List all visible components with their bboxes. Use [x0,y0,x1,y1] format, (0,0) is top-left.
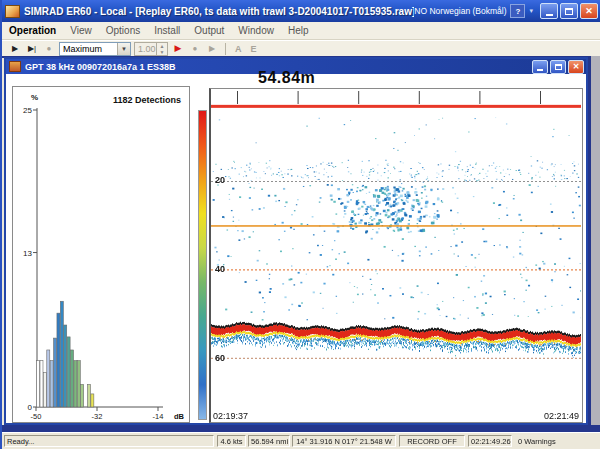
child-maximize-button[interactable] [550,60,566,74]
status-speed: 4.6 kts [217,435,246,447]
pause-button[interactable]: ● [188,42,202,55]
svg-text:13: 13 [23,249,32,258]
status-position: 14° 31.916 N 017° 21.548 W [292,435,396,447]
menu-item-operation[interactable]: Operation [2,25,63,36]
svg-text:1182 Detections: 1182 Detections [113,95,181,105]
child-window-icon [9,61,21,72]
app-icon [5,5,20,18]
minimize-icon [546,14,553,16]
child-close-button[interactable]: ✕ [568,60,584,74]
svg-text:-32: -32 [92,412,103,421]
child-minimize-button[interactable] [532,60,548,74]
time-start-label: 02:19:37 [213,411,248,421]
status-record: RECORD OFF [399,435,465,447]
application-window: SIMRAD ER60 - Local - [Replay ER60, ts d… [0,0,600,449]
svg-text:dB: dB [174,412,185,421]
forward-button[interactable]: ▶ [205,42,219,55]
svg-text:-50: -50 [31,412,42,421]
menu-item-window[interactable]: Window [231,25,281,36]
svg-text:0: 0 [28,403,33,412]
stop-button[interactable]: ● [42,42,56,55]
toolbar-separator [225,43,226,55]
echogram-canvas[interactable] [211,89,581,422]
close-button[interactable]: ✕ [580,3,598,19]
annotation-button[interactable]: A [232,44,245,54]
depth-tick-60: 60 [215,353,225,363]
svg-text:25: 25 [23,106,32,115]
event-button[interactable]: E [248,44,260,54]
menu-item-options[interactable]: Options [99,25,147,36]
time-end-label: 02:21:49 [544,411,579,421]
speed-spinner-value: 1.00 [135,43,156,55]
record-play-button[interactable]: ▶ [171,42,185,55]
depth-tick-20: 20 [215,175,225,185]
menu-item-help[interactable]: Help [281,25,316,36]
echogram-panel: 20 40 60 02:19:37 02:21:49 [209,88,583,423]
menu-item-install[interactable]: Install [147,25,187,36]
menu-item-output[interactable]: Output [187,25,231,36]
speed-spinner[interactable]: 1.00 ▲▼ [134,42,168,56]
echogram-window: GPT 38 kHz 009072016a7a 1 ES38B ✕ 25130%… [4,57,588,425]
chevron-down-icon[interactable]: ▼ [117,43,130,55]
window-title: SIMRAD ER60 - Local - [Replay ER60, ts d… [24,6,414,17]
minimize-button[interactable] [540,3,558,19]
status-ready: Ready... [4,435,214,447]
status-time: 02:21:49.26 [468,435,512,447]
language-options-icon[interactable]: ▾ [529,7,533,15]
status-bar: Ready... 4.6 kts 56.594 nmi 14° 31.916 N… [2,432,600,449]
mdi-background-bottom [2,425,600,432]
replay-speed-value: Maximum [60,44,117,54]
step-button[interactable]: ▶| [25,42,39,55]
ts-histogram-panel: 25130%-50-32-14dB1182 Detections [12,86,190,423]
svg-text:-14: -14 [153,412,164,421]
depth-tick-40: 40 [215,264,225,274]
bottom-depth-readout: 54.84m [258,69,315,87]
mdi-background-right [588,56,600,432]
replay-speed-select[interactable]: Maximum ▼ [59,42,131,56]
title-bar: SIMRAD ER60 - Local - [Replay ER60, ts d… [2,0,600,22]
minimize-icon [537,69,543,71]
spin-down-icon[interactable]: ▼ [157,49,167,55]
menu-item-view[interactable]: View [63,25,99,36]
ts-histogram-chart: 25130%-50-32-14dB1182 Detections [13,87,189,422]
status-warnings: 0 Warnings [518,436,556,448]
maximize-icon [565,8,573,15]
language-help-button[interactable]: ? [510,4,525,18]
toolbar: ▶ ▶| ● Maximum ▼ 1.00 ▲▼ ▶ ● ▶ A E [2,40,600,56]
language-indicator[interactable]: NO Norwegian (Bokmål) [414,6,506,16]
spinner-arrows[interactable]: ▲▼ [156,43,167,55]
svg-text:%: % [31,93,38,102]
echogram-colorbar [198,110,207,420]
maximize-button[interactable] [560,3,578,19]
status-distance: 56.594 nmi [248,435,290,447]
maximize-icon [555,64,562,70]
play-button[interactable]: ▶ [8,42,22,55]
menu-bar: Operation View Options Install Output Wi… [2,22,600,40]
